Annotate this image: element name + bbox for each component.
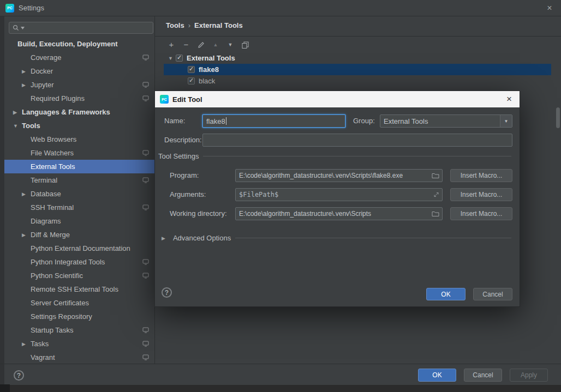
settings-apply-button[interactable]: Apply <box>510 369 548 382</box>
sidebar-item-python-external-documentation[interactable]: Python External Documentation <box>4 242 154 255</box>
sidebar-item-jupyter[interactable]: Jupyter <box>4 78 154 92</box>
checkbox-checked-icon[interactable] <box>188 77 195 85</box>
move-up-button[interactable] <box>211 40 220 49</box>
sidebar-item-terminal[interactable]: Terminal <box>4 173 154 187</box>
window-close-icon[interactable] <box>544 2 556 14</box>
edit-tool-dialog: PC Edit Tool Name: flake8 Group: Externa… <box>154 91 520 307</box>
working-directory-input[interactable]: E:\code\algorithm_datastructure\.venv\Sc… <box>235 207 443 220</box>
section-divider <box>235 238 511 238</box>
working-directory-insert-macro-button[interactable]: Insert Macro... <box>450 207 512 220</box>
copy-tool-button[interactable] <box>241 40 249 49</box>
dialog-cancel-button[interactable]: Cancel <box>473 288 512 300</box>
edit-tool-button[interactable] <box>196 40 205 49</box>
sidebar-item-python-integrated-tools[interactable]: Python Integrated Tools <box>4 255 154 269</box>
scrollbar-thumb[interactable] <box>556 107 560 128</box>
sidebar-item-build-execution-deployment[interactable]: Build, Execution, Deployment <box>4 37 154 51</box>
sidebar-item-docker[interactable]: Docker <box>4 64 154 78</box>
sidebar-item-label: Tools <box>22 122 40 130</box>
sidebar-item-tasks[interactable]: Tasks <box>4 337 154 351</box>
sidebar-item-external-tools[interactable]: External Tools <box>4 160 154 173</box>
advanced-options-label: Advanced Options <box>173 234 231 242</box>
tree-row-flake8[interactable]: flake8 <box>164 64 551 75</box>
sidebar-item-diagrams[interactable]: Diagrams <box>4 214 154 228</box>
sidebar-item-file-watchers[interactable]: File Watchers <box>4 146 154 160</box>
tool-settings-label: Tool Settings <box>158 152 199 160</box>
sidebar-item-required-plugins[interactable]: Required Plugins <box>4 92 154 105</box>
sidebar-item-label: File Watchers <box>31 149 74 157</box>
description-input[interactable] <box>202 134 512 147</box>
chevron-right-icon[interactable] <box>13 110 22 115</box>
combo-arrow-icon[interactable] <box>500 115 512 127</box>
sidebar-item-tools[interactable]: Tools <box>4 119 154 132</box>
sidebar-item-label: Server Certificates <box>31 299 89 307</box>
program-input[interactable]: E:\code\algorithm_datastructure\.venv\Sc… <box>235 169 443 182</box>
text-caret <box>226 117 226 125</box>
sidebar-item-label: Remote SSH External Tools <box>31 285 118 293</box>
name-input[interactable]: flake8 <box>202 114 345 128</box>
sidebar-item-remote-ssh-external-tools[interactable]: Remote SSH External Tools <box>4 282 154 296</box>
settings-cancel-button[interactable]: Cancel <box>464 369 502 382</box>
settings-nav-tree: Build, Execution, Deployment Coverage Do… <box>4 37 154 364</box>
chevron-right-icon[interactable] <box>22 232 31 238</box>
chevron-right-icon[interactable] <box>22 69 31 74</box>
section-divider <box>203 156 511 156</box>
settings-search-input[interactable] <box>9 22 153 34</box>
help-button[interactable] <box>14 370 24 381</box>
sidebar-item-label: Web Browsers <box>31 135 76 143</box>
breadcrumb-external-tools: External Tools <box>194 21 243 29</box>
sidebar-item-web-browsers[interactable]: Web Browsers <box>4 132 154 146</box>
sidebar-item-diff-merge[interactable]: Diff & Merge <box>4 228 154 242</box>
sidebar-item-database[interactable]: Database <box>4 187 154 201</box>
sidebar-item-label: Vagrant <box>31 353 55 361</box>
group-value: External Tools <box>384 117 428 125</box>
tree-row-black[interactable]: black <box>164 75 551 87</box>
sidebar-item-server-certificates[interactable]: Server Certificates <box>4 296 154 310</box>
sidebar-item-label: Diff & Merge <box>31 231 70 239</box>
pycharm-logo-icon: PC <box>160 95 169 104</box>
sidebar-item-label: Required Plugins <box>31 94 85 102</box>
expand-icon[interactable] <box>433 192 439 198</box>
window-title: Settings <box>19 4 44 12</box>
dialog-close-icon[interactable] <box>503 93 515 105</box>
sidebar-item-startup-tasks[interactable]: Startup Tasks <box>4 323 154 337</box>
sidebar-item-settings-repository[interactable]: Settings Repository <box>4 310 154 323</box>
copy-icon <box>242 41 249 49</box>
sidebar-item-vagrant[interactable]: Vagrant <box>4 351 154 364</box>
sidebar-item-label: Terminal <box>31 176 57 184</box>
program-insert-macro-button[interactable]: Insert Macro... <box>450 169 512 182</box>
search-options-arrow-icon <box>21 27 25 29</box>
settings-sidebar: Build, Execution, Deployment Coverage Do… <box>4 16 154 364</box>
dialog-help-button[interactable] <box>162 287 172 298</box>
window-corner <box>0 384 10 392</box>
project-level-icon <box>142 204 149 210</box>
sidebar-item-coverage[interactable]: Coverage <box>4 51 154 64</box>
sidebar-item-label: Python External Documentation <box>31 244 130 252</box>
folder-icon[interactable] <box>432 210 439 217</box>
chevron-down-icon[interactable] <box>164 56 176 61</box>
sidebar-item-ssh-terminal[interactable]: SSH Terminal <box>4 201 154 214</box>
sidebar-item-python-scientific[interactable]: Python Scientific <box>4 269 154 282</box>
move-down-button[interactable] <box>226 40 235 49</box>
remove-tool-button[interactable] <box>182 40 190 49</box>
add-tool-button[interactable] <box>167 40 176 49</box>
dialog-ok-button[interactable]: OK <box>426 288 465 300</box>
checkbox-checked-icon[interactable] <box>188 66 195 73</box>
program-value: E:\code\algorithm_datastructure\.venv\Sc… <box>239 172 414 179</box>
tree-root-label: External Tools <box>187 54 235 62</box>
sidebar-item-languages-frameworks[interactable]: Languages & Frameworks <box>4 105 154 119</box>
chevron-right-icon[interactable] <box>22 341 31 347</box>
chevron-right-icon[interactable] <box>22 82 31 88</box>
arguments-insert-macro-button[interactable]: Insert Macro... <box>450 188 512 201</box>
checkbox-checked-icon[interactable] <box>176 55 183 62</box>
chevron-right-icon[interactable] <box>22 191 31 197</box>
arguments-input[interactable]: $FilePath$ <box>235 188 443 201</box>
breadcrumb-tools[interactable]: Tools <box>166 21 184 29</box>
folder-icon[interactable] <box>432 172 439 179</box>
sidebar-item-label: Startup Tasks <box>31 326 74 334</box>
chevron-down-icon[interactable] <box>13 123 22 129</box>
group-combobox[interactable]: External Tools <box>380 114 512 128</box>
tree-item-label: flake8 <box>199 65 219 74</box>
settings-ok-button[interactable]: OK <box>418 369 456 382</box>
advanced-options-toggle[interactable]: Advanced Options <box>162 234 511 242</box>
tree-row-external-tools-root[interactable]: External Tools <box>164 52 551 64</box>
